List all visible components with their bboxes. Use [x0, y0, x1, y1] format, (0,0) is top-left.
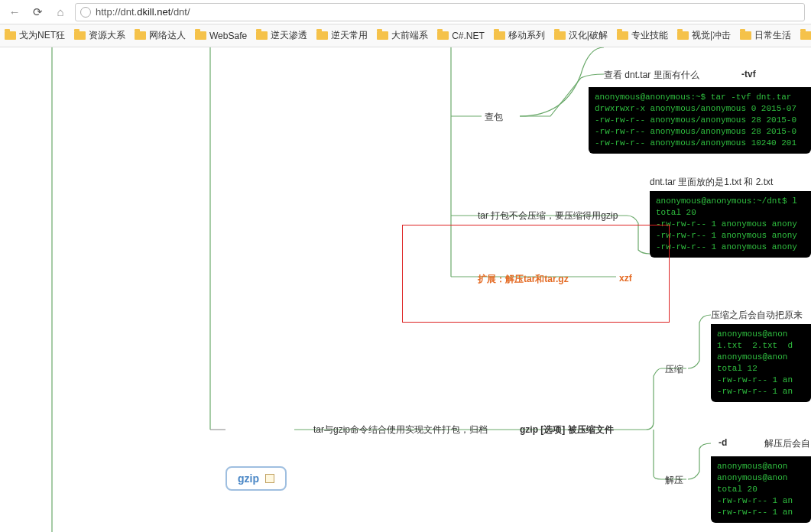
terminal-tvf: anonymous@anonymous:~$ tar -tvf dnt.tar …	[589, 87, 811, 154]
node-gzip-desc-left: tar与gzip命令结合使用实现文件打包，归档	[313, 423, 488, 436]
folder-icon	[316, 31, 328, 40]
folder-icon	[256, 31, 268, 40]
terminal-gunzip: anonymous@anon anonymous@anon total 20 -…	[711, 456, 811, 523]
bookmark-item[interactable]: 汉化|破解	[554, 29, 608, 42]
mindmap-canvas[interactable]: 查包 查看 dnt.tar 里面有什么 -tvf anonymous@anony…	[0, 47, 811, 532]
node-dnttar-note: dnt.tar 里面放的是1.txt 和 2.txt	[650, 176, 773, 189]
globe-icon	[80, 7, 91, 18]
node-d-flag: -d	[719, 437, 727, 448]
bookmark-label: 日常生活	[754, 29, 791, 42]
folder-icon	[195, 31, 206, 40]
bookmark-item[interactable]: 逆天常用	[316, 29, 368, 42]
folder-icon	[677, 31, 689, 40]
bookmark-item[interactable]: 日常生活	[740, 29, 791, 42]
node-jieya-note: 解压后会自	[764, 437, 810, 450]
bookmark-label: 逆天常用	[331, 29, 368, 42]
home-button[interactable]: ⌂	[52, 4, 69, 21]
folder-icon	[617, 31, 628, 40]
bookmark-item[interactable]: WebSafe	[195, 31, 247, 41]
bookmark-item[interactable]: 律师网站	[800, 29, 811, 42]
folder-icon	[740, 31, 751, 40]
folder-icon	[74, 31, 86, 40]
terminal-gzip: anonymous@anon 1.txt 2.txt d anonymous@a…	[711, 324, 811, 402]
bookmark-item[interactable]: 网络达人	[135, 29, 186, 42]
bookmarks-bar: 戈为NET狂资源大系网络达人WebSafe逆天渗透逆天常用大前端系C#.NET移…	[0, 24, 811, 47]
bookmark-item[interactable]: 专业技能	[617, 29, 668, 42]
back-button[interactable]: ←	[6, 4, 23, 21]
bookmark-item[interactable]: 大前端系	[377, 29, 428, 42]
bookmark-label: 逆天渗透	[271, 29, 307, 42]
bookmark-label: 汉化|破解	[569, 29, 608, 42]
url-text: http://dnt.dkill.net/dnt/	[96, 6, 800, 18]
folder-icon	[5, 31, 16, 40]
bookmark-label: 视觉|冲击	[692, 29, 731, 42]
bookmark-item[interactable]: 资源大系	[74, 29, 125, 42]
bookmark-label: 网络达人	[149, 29, 186, 42]
bookmark-item[interactable]: 戈为NET狂	[5, 29, 65, 42]
bookmark-label: 移动系列	[508, 29, 545, 42]
browser-toolbar: ← ⟳ ⌂ http://dnt.dkill.net/dnt/	[0, 0, 811, 24]
bookmark-item[interactable]: C#.NET	[437, 31, 485, 41]
node-gzip-desc-right: gzip [选项] 被压缩文件	[520, 423, 614, 436]
node-yasuo-note: 压缩之后会自动把原来	[711, 309, 803, 322]
bookmark-item[interactable]: 移动系列	[494, 29, 545, 42]
node-gzip[interactable]: gzip	[225, 466, 287, 491]
folder-icon	[437, 31, 449, 40]
node-yasuo[interactable]: 压缩	[665, 363, 683, 376]
bookmark-label: 大前端系	[391, 29, 428, 42]
node-expand-extract[interactable]: 扩展：解压tar和tar.gz	[478, 273, 569, 286]
bookmark-label: 专业技能	[631, 29, 668, 42]
bookmark-label: C#.NET	[452, 31, 485, 41]
folder-icon	[494, 31, 505, 40]
bookmark-label: WebSafe	[209, 31, 247, 41]
reload-button[interactable]: ⟳	[29, 4, 46, 21]
node-gzip-label: gzip	[238, 472, 259, 485]
node-xzf-flag: xzf	[619, 273, 632, 284]
note-icon[interactable]	[265, 474, 274, 483]
node-tar-no-compress[interactable]: tar 打包不会压缩，要压缩得用gzip	[478, 209, 618, 222]
node-chakan-dnttar[interactable]: 查看 dnt.tar 里面有什么	[604, 69, 699, 82]
bookmark-label: 资源大系	[89, 29, 125, 42]
node-tvf-flag: -tvf	[741, 69, 756, 79]
folder-icon	[377, 31, 388, 40]
bookmark-label: 戈为NET狂	[19, 29, 65, 42]
node-jieya[interactable]: 解压	[665, 474, 683, 487]
node-chabao[interactable]: 查包	[485, 111, 503, 124]
folder-icon	[554, 31, 566, 40]
bookmark-item[interactable]: 视觉|冲击	[677, 29, 731, 42]
terminal-ls: anonymous@anonymous:~/dnt$ l total 20 -r…	[650, 191, 811, 258]
folder-icon	[800, 31, 811, 40]
folder-icon	[135, 31, 146, 40]
bookmark-item[interactable]: 逆天渗透	[256, 29, 307, 42]
address-bar[interactable]: http://dnt.dkill.net/dnt/	[75, 3, 805, 21]
